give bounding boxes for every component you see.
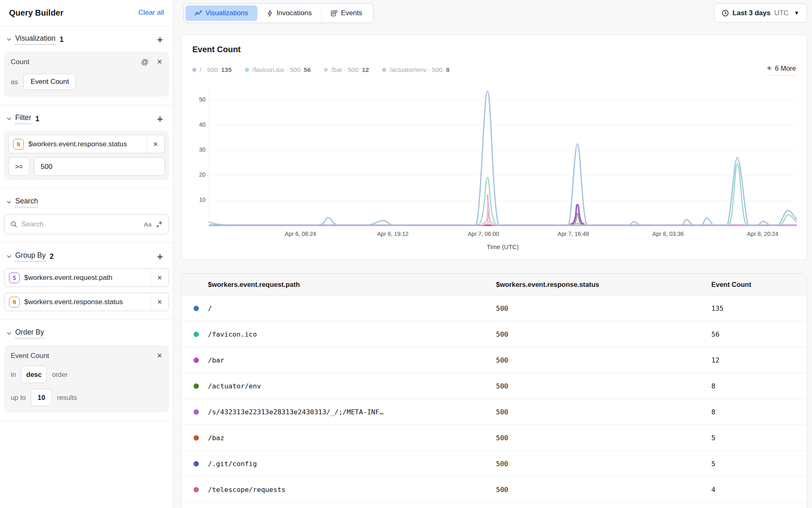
column-header-status: $workers.event.response.status: [496, 281, 711, 289]
visualization-section-header: Visualization 1 +: [0, 26, 173, 45]
path-value: /actuator/env: [208, 382, 269, 390]
path-value: /baz: [208, 434, 233, 442]
filter-card: N $workers.event.response.status ✕ >=: [4, 131, 169, 180]
results-table: $workers.event.request.path $workers.eve…: [181, 273, 807, 508]
series-dot-icon: [194, 306, 199, 311]
chevron-down-icon[interactable]: [6, 37, 12, 42]
path-cell: /.git/config: [181, 460, 496, 468]
results-table-body: /500135/favicon.ico50056/bar50012/actuat…: [181, 296, 807, 503]
table-row[interactable]: /baz5005: [181, 425, 807, 451]
path-value: /s/432313e22313e28313e2430313/_/;/META-I…: [208, 408, 392, 416]
tab-invocations[interactable]: Invocations: [257, 5, 321, 21]
regex-icon[interactable]: [156, 221, 163, 228]
chevron-down-icon[interactable]: [6, 330, 12, 336]
remove-order-by-icon[interactable]: ✕: [157, 353, 162, 359]
count-cell: 5: [711, 460, 807, 468]
view-tabs: Visualizations Invocations Events: [183, 3, 374, 23]
series-dot-icon: [194, 409, 199, 415]
filter-value-input[interactable]: [34, 157, 165, 176]
remove-visualization-icon[interactable]: ✕: [157, 59, 162, 65]
count-cell: 5: [711, 434, 807, 442]
group-by-field-chip[interactable]: S $workers.event.request.path ✕: [4, 268, 169, 287]
match-case-icon[interactable]: Aa: [144, 221, 152, 228]
visualization-alias-box[interactable]: Event Count: [23, 74, 76, 90]
number-type-icon: N: [13, 139, 24, 150]
in-label: in: [11, 371, 16, 379]
order-label: order: [52, 371, 68, 379]
visualization-card: Count @ ✕ as Event Count: [4, 51, 169, 97]
group-by-chips: S $workers.event.request.path ✕ N $worke…: [4, 268, 169, 311]
line-chart-icon: [194, 10, 202, 16]
series-dot-icon: [194, 435, 199, 441]
tab-visualizations[interactable]: Visualizations: [185, 5, 257, 21]
workers-observability-app: Query Builder Clear all Visualization 1 …: [0, 0, 812, 508]
chevron-down-icon[interactable]: [6, 116, 12, 122]
path-value: /: [208, 305, 220, 312]
group-by-field-name: $workers.event.response.status: [24, 298, 150, 306]
search-section-header: Search: [0, 189, 173, 208]
add-visualization-button[interactable]: +: [156, 35, 164, 44]
count-cell: 12: [711, 356, 807, 364]
table-row[interactable]: /.git/config5005: [181, 451, 807, 477]
table-row[interactable]: /bar50012: [181, 347, 807, 373]
chevron-down-icon[interactable]: [6, 254, 12, 259]
clock-icon: [722, 9, 729, 17]
clear-all-button[interactable]: Clear all: [138, 9, 164, 17]
chevron-down-icon: ▼: [794, 10, 799, 16]
up-to-label: up to: [11, 394, 26, 402]
status-cell: 500: [496, 356, 711, 364]
x-axis-tick: Apr 7, 06:00: [468, 231, 499, 237]
path-value: /bar: [208, 356, 233, 364]
visualization-section-label: Visualization: [15, 34, 55, 45]
search-section-label: Search: [15, 197, 38, 208]
table-row[interactable]: /500135: [181, 296, 807, 321]
series-dot-icon: [194, 461, 199, 466]
y-axis-tick: 20: [183, 171, 205, 178]
group-by-section-header: Group By 2 +: [0, 243, 173, 262]
path-cell: /s/432313e22313e28313e2430313/_/;/META-I…: [181, 408, 496, 416]
count-cell: 8: [711, 408, 807, 416]
table-row[interactable]: /actuator/env5008: [181, 373, 807, 399]
chevron-down-icon[interactable]: [6, 199, 12, 205]
line-chart[interactable]: [209, 88, 797, 227]
filter-operator-select[interactable]: >=: [8, 157, 30, 176]
at-mention-icon[interactable]: @: [141, 58, 148, 66]
add-group-by-button[interactable]: +: [156, 252, 164, 261]
table-row[interactable]: /favicon.ico50056: [181, 321, 807, 347]
remove-group-by-icon[interactable]: ✕: [150, 293, 168, 311]
tab-events[interactable]: Events: [321, 5, 371, 21]
path-value: /.git/config: [208, 460, 265, 468]
search-box: Aa: [4, 214, 169, 234]
order-by-section-header: Order By: [0, 320, 173, 339]
add-filter-button[interactable]: +: [156, 115, 164, 123]
group-by-count: 2: [50, 252, 54, 261]
count-cell: 4: [711, 486, 807, 494]
status-cell: 500: [496, 434, 711, 442]
event-list-icon: [330, 10, 337, 17]
order-by-field-label: Event Count: [11, 352, 49, 360]
table-header: $workers.event.request.path $workers.eve…: [181, 274, 807, 296]
status-cell: 500: [496, 330, 711, 338]
group-by-field-chip[interactable]: N $workers.event.response.status ✕: [4, 293, 169, 311]
chart-series--actuator-env: [209, 211, 797, 225]
main-panel: Visualizations Invocations Events: [173, 0, 812, 508]
group-by-section-label: Group By: [15, 251, 46, 262]
y-axis-tick: 30: [183, 146, 205, 153]
time-range-selector[interactable]: Last 3 days UTC ▼: [714, 3, 807, 23]
limit-input[interactable]: 10: [31, 389, 52, 406]
time-range-label: Last 3 days: [733, 9, 771, 17]
search-icon: [10, 221, 17, 228]
filter-field-chip[interactable]: N $workers.event.response.status ✕: [8, 135, 165, 153]
chart-canvas[interactable]: 1020304050Apr 6, 08:24Apr 6, 19:12Apr 7,…: [181, 35, 807, 260]
table-row[interactable]: /telescope/requests5004: [181, 477, 807, 503]
status-cell: 500: [496, 460, 711, 468]
search-input[interactable]: [21, 220, 140, 229]
time-zone-label: UTC: [774, 9, 789, 17]
order-direction-select[interactable]: desc: [21, 366, 47, 383]
table-row[interactable]: /s/432313e22313e28313e2430313/_/;/META-I…: [181, 399, 807, 425]
count-cell: 56: [711, 330, 807, 338]
remove-group-by-icon[interactable]: ✕: [150, 269, 168, 286]
remove-filter-icon[interactable]: ✕: [146, 135, 164, 153]
lightning-icon: [267, 10, 273, 17]
y-axis-tick: 10: [183, 196, 205, 203]
